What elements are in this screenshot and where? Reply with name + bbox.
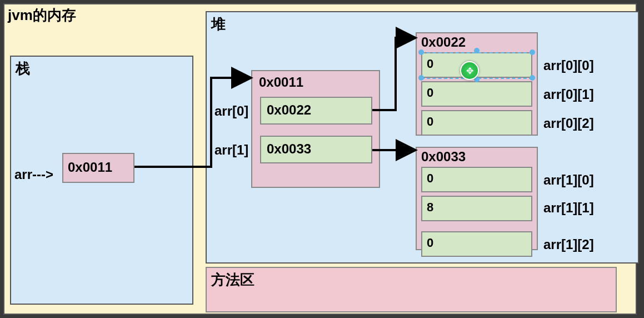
sub1-label-2: arr[1][2] bbox=[543, 237, 594, 252]
sub0-cell-0: 0 bbox=[421, 52, 532, 78]
sub1-label-0: arr[1][0] bbox=[543, 172, 594, 188]
sub0-cell-1: 0 bbox=[421, 81, 532, 107]
arr-index-label-1: arr[1] bbox=[214, 142, 248, 158]
method-area-box: 方法区 bbox=[206, 267, 617, 312]
sub1-cell-1: 8 bbox=[421, 196, 532, 221]
method-area-title: 方法区 bbox=[211, 270, 254, 290]
arr-index-label-0: arr[0] bbox=[214, 103, 248, 119]
sub1-cell-0: 0 bbox=[421, 167, 532, 192]
diagram-canvas: jvm的内存 栈 arr---> 0x0011 堆 0x0011 0x0022 … bbox=[0, 0, 644, 318]
sub0-cell-2: 0 bbox=[421, 110, 532, 136]
jvm-title: jvm的内存 bbox=[8, 6, 76, 25]
stack-arr-value: 0x0011 bbox=[62, 153, 134, 183]
arr-variable-label: arr---> bbox=[14, 167, 53, 182]
sub0-label-2: arr[0][2] bbox=[543, 116, 594, 131]
arr-cell-1: 0x0033 bbox=[260, 136, 372, 163]
arr-cell-0: 0x0022 bbox=[260, 97, 372, 125]
arr-block-address: 0x0011 bbox=[259, 74, 303, 90]
heap-arr-block: 0x0011 bbox=[251, 70, 380, 188]
sub1-address: 0x0033 bbox=[421, 149, 466, 165]
stack-title: 栈 bbox=[16, 59, 30, 78]
sub1-cell-2: 0 bbox=[421, 231, 532, 257]
sub1-label-1: arr[1][1] bbox=[543, 200, 594, 216]
sub0-label-1: arr[0][1] bbox=[543, 87, 594, 102]
heap-title: 堆 bbox=[211, 14, 226, 34]
sub0-address: 0x0022 bbox=[421, 34, 466, 50]
sub0-label-0: arr[0][0] bbox=[543, 58, 594, 73]
